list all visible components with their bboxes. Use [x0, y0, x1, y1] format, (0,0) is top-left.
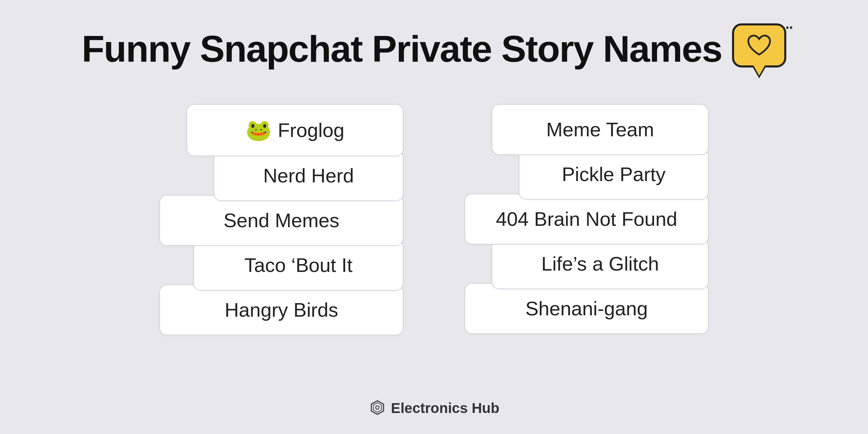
header: Funny Snapchat Private Story Names ꓸꓸ: [82, 27, 786, 70]
card-label: 404 Brain Not Found: [496, 209, 677, 229]
card-text: Meme Team: [513, 120, 688, 139]
card-text: Hangry Birds: [180, 300, 382, 320]
card-label: Hangry Birds: [224, 300, 338, 320]
page-title: Funny Snapchat Private Story Names: [82, 27, 722, 70]
footer: Electronics Hub: [369, 399, 499, 417]
card-label: Meme Team: [546, 120, 654, 139]
brand-name: Electronics Hub: [391, 400, 499, 416]
brand-first: Electronics: [391, 400, 468, 416]
card-text: Taco ‘Bout It: [214, 255, 382, 275]
card-text: 404 Brain Not Found: [486, 209, 688, 229]
heart-icon: [746, 34, 773, 57]
left-column: 🐸 Froglog Nerd Herd Send Memes Taco ‘Bou…: [159, 104, 403, 335]
card-label: Shenani-gang: [525, 299, 648, 318]
brand-logo: Electronics Hub: [369, 399, 499, 417]
list-item: Pickle Party: [519, 149, 709, 200]
card-label: Send Memes: [223, 211, 339, 230]
chat-bubble: ꓸꓸ: [732, 23, 786, 67]
svg-point-0: [376, 406, 379, 409]
list-item: Nerd Herd: [214, 150, 403, 201]
chat-icon-container: ꓸꓸ: [732, 23, 786, 67]
list-item: 404 Brain Not Found: [465, 194, 709, 244]
list-item: Life’s a Glitch: [492, 238, 709, 289]
list-item: 🐸 Froglog: [186, 104, 403, 156]
card-text: Life’s a Glitch: [513, 254, 688, 274]
brand-second: Hub: [472, 400, 499, 416]
electronics-hub-icon: [369, 399, 386, 417]
card-label: Froglog: [278, 120, 344, 140]
card-text: Send Memes: [180, 211, 382, 230]
list-item: Hangry Birds: [159, 284, 403, 335]
list-item: Shenani-gang: [465, 283, 709, 334]
list-item: Taco ‘Bout It: [193, 240, 403, 291]
card-text: Pickle Party: [540, 164, 688, 184]
frog-emoji: 🐸: [245, 120, 272, 141]
sparkle-decoration: ꓸꓸ: [785, 19, 793, 31]
card-label: Nerd Herd: [263, 166, 354, 185]
card-text: Shenani-gang: [486, 299, 688, 318]
right-column: Meme Team Pickle Party 404 Brain Not Fou…: [465, 104, 709, 334]
card-text: Nerd Herd: [235, 166, 382, 185]
main-content: 🐸 Froglog Nerd Herd Send Memes Taco ‘Bou…: [159, 104, 709, 335]
card-text: 🐸 Froglog: [208, 120, 382, 141]
list-item: Send Memes: [159, 195, 403, 246]
card-label: Life’s a Glitch: [541, 254, 659, 274]
card-label: Pickle Party: [562, 164, 666, 184]
card-label: Taco ‘Bout It: [244, 255, 352, 275]
list-item: Meme Team: [492, 104, 709, 155]
